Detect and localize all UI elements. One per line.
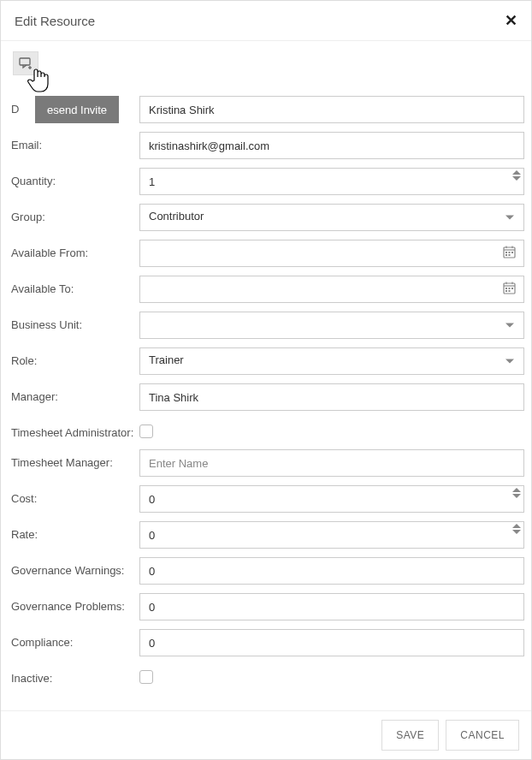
row-manager: Manager:: [9, 383, 528, 411]
row-timesheet-admin: Timesheet Administrator:: [9, 419, 528, 441]
modal-footer: SAVE CANCEL: [1, 710, 531, 759]
row-display-name: D esend Invite: [9, 96, 528, 123]
comment-add-icon: [19, 57, 33, 69]
gov-problems-input[interactable]: [139, 593, 524, 620]
available-from-input[interactable]: [139, 240, 524, 267]
label-manager: Manager:: [9, 383, 139, 405]
modal-title: Edit Resource: [15, 14, 95, 28]
manager-input[interactable]: [139, 383, 524, 411]
row-inactive: Inactive:: [9, 665, 528, 686]
label-business-unit: Business Unit:: [9, 312, 139, 333]
svg-rect-0: [20, 58, 30, 65]
row-gov-warnings: Governance Warnings:: [9, 557, 528, 585]
label-compliance: Compliance:: [9, 629, 139, 650]
label-timesheet-manager: Timesheet Manager:: [9, 449, 139, 471]
modal-header: Edit Resource ✕: [1, 1, 531, 41]
label-rate: Rate:: [9, 521, 139, 543]
available-to-input[interactable]: [139, 276, 524, 303]
label-quantity: Quantity:: [9, 168, 139, 189]
modal-body[interactable]: D esend Invite Email: Quantity:: [1, 41, 531, 710]
label-display-name: D esend Invite: [9, 96, 139, 117]
save-button[interactable]: SAVE: [381, 720, 439, 751]
label-inactive: Inactive:: [9, 665, 139, 686]
row-business-unit: Business Unit:: [9, 312, 528, 339]
label-role: Role:: [9, 347, 139, 369]
label-gov-warnings: Governance Warnings:: [9, 557, 139, 579]
label-available-to: Available To:: [9, 276, 139, 297]
cost-input[interactable]: [139, 485, 524, 513]
row-quantity: Quantity:: [9, 168, 528, 195]
gov-warnings-input[interactable]: [139, 557, 524, 585]
row-timesheet-manager: Timesheet Manager:: [9, 449, 528, 477]
inactive-checkbox[interactable]: [139, 670, 153, 684]
row-available-from: Available From:: [9, 240, 528, 267]
row-group: Group: Contributor: [9, 204, 528, 231]
business-unit-select[interactable]: [139, 312, 524, 339]
comment-add-button[interactable]: [13, 51, 38, 75]
label-timesheet-admin: Timesheet Administrator:: [9, 419, 139, 441]
rate-input[interactable]: [139, 521, 524, 549]
row-email: Email:: [9, 132, 528, 159]
quantity-input[interactable]: [139, 168, 524, 195]
toolbar: [9, 46, 528, 96]
edit-resource-modal: Edit Resource ✕ D esend I: [0, 0, 532, 760]
close-button[interactable]: ✕: [505, 11, 517, 30]
label-group: Group:: [9, 204, 139, 225]
email-input[interactable]: [139, 132, 524, 159]
row-compliance: Compliance:: [9, 629, 528, 656]
group-select[interactable]: Contributor: [139, 204, 524, 231]
cancel-button[interactable]: CANCEL: [446, 720, 519, 751]
timesheet-admin-checkbox[interactable]: [139, 425, 153, 438]
row-available-to: Available To:: [9, 276, 528, 303]
compliance-input[interactable]: [139, 629, 524, 656]
role-select[interactable]: Trainer: [139, 347, 524, 375]
label-available-from: Available From:: [9, 240, 139, 261]
row-rate: Rate:: [9, 521, 528, 549]
row-cost: Cost:: [9, 485, 528, 513]
display-name-input[interactable]: [139, 96, 524, 123]
label-email: Email:: [9, 132, 139, 153]
resend-invite-button[interactable]: esend Invite: [35, 96, 119, 123]
row-role: Role: Trainer: [9, 347, 528, 375]
label-cost: Cost:: [9, 485, 139, 507]
label-gov-problems: Governance Problems:: [9, 593, 139, 615]
row-gov-problems: Governance Problems:: [9, 593, 528, 620]
timesheet-manager-input[interactable]: [139, 449, 524, 477]
